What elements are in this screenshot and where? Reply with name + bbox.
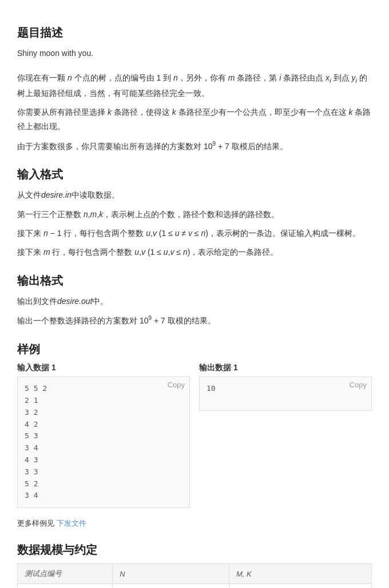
problem-desc-3: 由于方案数很多，你只需要输出所有选择的方案数对 109 + 7 取模后的结果。: [17, 139, 372, 154]
input-format-2: 第一行三个正整数 n,m,k，表示树上点的个数，路径个数和选择的路径数。: [17, 207, 372, 222]
constraints-title: 数据规模与约定: [17, 542, 372, 558]
input-format-title: 输入格式: [17, 167, 372, 182]
col-header-n: N: [113, 564, 229, 584]
problem-desc-section: 你现在有一颗 n 个点的树，点的编号由 1 到 n，另外，你有 m 条路径，第 …: [17, 71, 372, 153]
problem-desc-1: 你现在有一颗 n 个点的树，点的编号由 1 到 n，另外，你有 m 条路径，第 …: [17, 71, 372, 101]
input-format-section: 输入格式 从文件desire.in中读取数据。 第一行三个正整数 n,m,k，表…: [17, 167, 372, 259]
more-samples-text: 更多样例见: [17, 519, 54, 527]
output-block: 输出数据 1 Copy 10: [199, 363, 372, 508]
col-header-mk: M, K: [229, 564, 372, 584]
input-format-4: 接下来 m 行，每行包含两个整数 u,v (1 ≤ u,v ≤ n)，表示给定的…: [17, 245, 372, 259]
constraints-section: 数据规模与约定 测试点编号 N M, K 1-22 ≤ n ≤ 203-62 ≤…: [17, 542, 372, 588]
output-format-1: 输出到文件desire.out中。: [17, 294, 372, 309]
subtitle: Shiny moon with you.: [17, 46, 372, 61]
output-format-section: 输出格式 输出到文件desire.out中。 输出一个整数选择路径的方案数对 1…: [17, 273, 372, 328]
cell-test-id: 1-2: [18, 584, 113, 588]
input-data-label: 输入数据 1: [17, 363, 190, 373]
col-header-id: 测试点编号: [18, 564, 113, 584]
example-title: 样例: [17, 342, 372, 357]
input-code-box: Copy 5 5 2 2 1 3 2 4 2 5 3 3 4 4 3 3 3 5…: [17, 377, 190, 508]
more-samples: 更多样例见 下发文件: [17, 518, 372, 529]
problem-desc-2: 你需要从所有路径里选择 k 条路径，使得这 k 条路径至少有一个公共点，即至少有…: [17, 105, 372, 134]
example-section: 样例 输入数据 1 Copy 5 5 2 2 1 3 2 4 2 5 3 3 4…: [17, 342, 372, 508]
input-format-3: 接下来 n − 1 行，每行包含两个整数 u,v (1 ≤ u ≠ v ≤ n)…: [17, 226, 372, 241]
output-format-title: 输出格式: [17, 273, 372, 289]
output-code-box: Copy 10: [199, 377, 372, 411]
output-data-label: 输出数据 1: [199, 363, 372, 373]
more-samples-link[interactable]: 下发文件: [57, 519, 86, 527]
output-copy-button[interactable]: Copy: [350, 381, 367, 389]
table-header-row: 测试点编号 N M, K: [18, 564, 372, 584]
input-block: 输入数据 1 Copy 5 5 2 2 1 3 2 4 2 5 3 3 4 4 …: [17, 363, 190, 508]
input-copy-button[interactable]: Copy: [168, 381, 185, 389]
cell-n: 2 ≤ n ≤ 20: [113, 584, 229, 588]
table-row: 1-22 ≤ n ≤ 20: [18, 584, 372, 588]
output-format-2: 输出一个整数选择路径的方案数对 109 + 7 取模的结果。: [17, 313, 372, 328]
constraints-table: 测试点编号 N M, K 1-22 ≤ n ≤ 203-62 ≤ n ≤ 105…: [17, 563, 372, 588]
problem-title: 题目描述: [17, 25, 372, 41]
problem-title-section: 题目描述 Shiny moon with you.: [17, 25, 372, 61]
example-row: 输入数据 1 Copy 5 5 2 2 1 3 2 4 2 5 3 3 4 4 …: [17, 363, 372, 508]
input-format-1: 从文件desire.in中读取数据。: [17, 188, 372, 202]
input-code: 5 5 2 2 1 3 2 4 2 5 3 3 4 4 3 3 3 5 2 3 …: [25, 383, 182, 502]
cell-mk: [229, 584, 372, 588]
output-code: 10: [207, 383, 364, 395]
